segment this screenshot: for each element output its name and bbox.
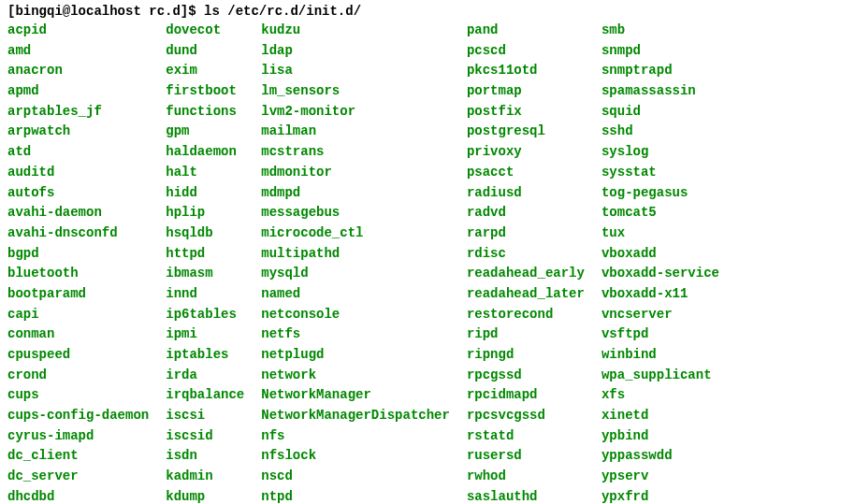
file-entry: tux [601, 223, 736, 244]
file-entry: capi [7, 305, 166, 325]
file-entry: iscsi [166, 406, 261, 426]
terminal-prompt-line: [bingqi@localhost rc.d]$ ls /etc/rc.d/in… [7, 4, 848, 19]
file-entry: mcstrans [261, 142, 467, 163]
file-entry: httpd [166, 244, 261, 265]
file-entry: amd [7, 41, 166, 62]
file-entry: ip6tables [166, 305, 261, 325]
file-entry: snmptrapd [601, 61, 736, 81]
file-entry: avahi-daemon [7, 203, 166, 223]
file-entry: named [261, 284, 467, 305]
file-entry: privoxy [467, 142, 601, 163]
file-entry: lisa [261, 61, 467, 81]
file-entry: lvm2-monitor [261, 102, 467, 122]
listing-column-0: acpidamdanacronapmdarptables_jfarpwatcha… [7, 21, 166, 504]
file-entry: lm_sensors [261, 81, 467, 102]
file-entry: xfs [601, 385, 736, 406]
file-entry: rwhod [467, 467, 601, 487]
file-entry: nfslock [261, 446, 467, 467]
file-entry: kudzu [261, 21, 467, 41]
file-entry: dc_client [7, 446, 166, 467]
file-entry: sysstat [601, 163, 736, 183]
file-entry: firstboot [166, 81, 261, 102]
file-entry: restorecond [467, 305, 601, 325]
file-entry: innd [166, 284, 261, 305]
file-entry: smb [601, 21, 736, 41]
file-entry: atd [7, 142, 166, 163]
file-entry: netfs [261, 324, 467, 345]
file-entry: ldap [261, 41, 467, 62]
file-entry: exim [166, 61, 261, 81]
file-entry: vboxadd-service [601, 264, 736, 284]
file-entry: squid [601, 102, 736, 122]
file-entry: anacron [7, 61, 166, 81]
file-entry: ripd [467, 324, 601, 345]
file-entry: ypxfrd [601, 487, 736, 504]
file-entry: xinetd [601, 406, 736, 426]
file-entry: mailman [261, 122, 467, 142]
file-entry: bluetooth [7, 264, 166, 284]
file-entry: dhcdbd [7, 487, 166, 504]
file-entry: readahead_early [467, 264, 601, 284]
file-entry: hplip [166, 203, 261, 223]
file-entry: ypserv [601, 467, 736, 487]
file-entry: crond [7, 366, 166, 386]
file-entry: ripngd [467, 345, 601, 366]
file-entry: postgresql [467, 122, 601, 142]
file-entry: rusersd [467, 446, 601, 467]
file-entry: rstatd [467, 426, 601, 447]
file-entry: rpcgssd [467, 366, 601, 386]
file-entry: vboxadd-x11 [601, 284, 736, 305]
file-entry: rdisc [467, 244, 601, 265]
file-entry: readahead_later [467, 284, 601, 305]
file-entry: network [261, 366, 467, 386]
file-entry: saslauthd [467, 487, 601, 504]
file-entry: gpm [166, 122, 261, 142]
file-entry: rpcidmapd [467, 385, 601, 406]
file-entry: NetworkManager [261, 385, 467, 406]
file-entry: nscd [261, 467, 467, 487]
file-entry: bootparamd [7, 284, 166, 305]
file-entry: mysqld [261, 264, 467, 284]
file-entry: mdmonitor [261, 163, 467, 183]
file-entry: cups-config-daemon [7, 406, 166, 426]
file-entry: pcscd [467, 41, 601, 62]
file-entry: tog-pegasus [601, 183, 736, 204]
file-entry: pkcs11otd [467, 61, 601, 81]
file-entry: radiusd [467, 183, 601, 204]
listing-column-2: kudzuldaplisalm_sensorslvm2-monitormailm… [261, 21, 467, 504]
listing-column-1: dovecotdundeximfirstbootfunctionsgpmhald… [166, 21, 261, 504]
file-entry: netplugd [261, 345, 467, 366]
file-entry: vncserver [601, 305, 736, 325]
file-entry: conman [7, 324, 166, 345]
file-entry: ipmi [166, 324, 261, 345]
file-entry: multipathd [261, 244, 467, 265]
file-entry: mdmpd [261, 183, 467, 204]
file-entry: rpcsvcgssd [467, 406, 601, 426]
file-entry: wpa_supplicant [601, 366, 736, 386]
file-entry: sshd [601, 122, 736, 142]
listing-column-3: pandpcscdpkcs11otdportmappostfixpostgres… [467, 21, 601, 504]
file-entry: apmd [7, 81, 166, 102]
file-entry: postfix [467, 102, 601, 122]
file-entry: pand [467, 21, 601, 41]
file-entry: kdump [166, 487, 261, 504]
file-entry: dund [166, 41, 261, 62]
file-entry: irda [166, 366, 261, 386]
file-entry: ntpd [261, 487, 467, 504]
file-entry: acpid [7, 21, 166, 41]
file-entry: nfs [261, 426, 467, 447]
file-entry: spamassassin [601, 81, 736, 102]
file-entry: arpwatch [7, 122, 166, 142]
file-entry: snmpd [601, 41, 736, 62]
file-entry: cups [7, 385, 166, 406]
ls-output-listing: acpidamdanacronapmdarptables_jfarpwatcha… [7, 21, 848, 504]
file-entry: bgpd [7, 244, 166, 265]
file-entry: radvd [467, 203, 601, 223]
shell-prompt: [bingqi@localhost rc.d]$ [7, 4, 204, 19]
file-entry: functions [166, 102, 261, 122]
file-entry: ibmasm [166, 264, 261, 284]
file-entry: hsqldb [166, 223, 261, 244]
file-entry: portmap [467, 81, 601, 102]
file-entry: rarpd [467, 223, 601, 244]
file-entry: iscsid [166, 426, 261, 447]
